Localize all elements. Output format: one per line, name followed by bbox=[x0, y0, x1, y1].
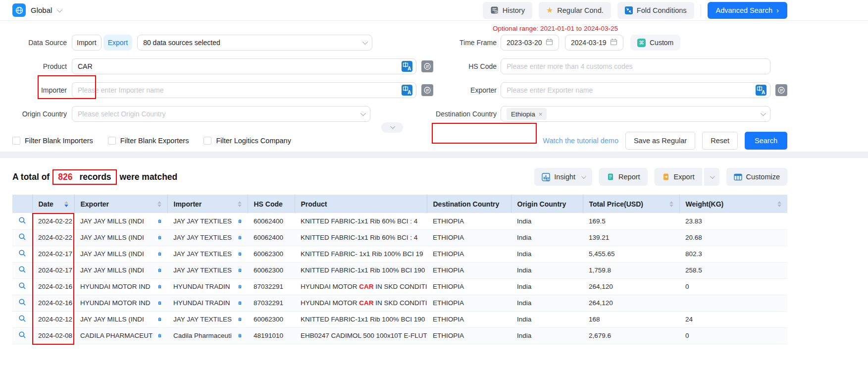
magnifier-icon[interactable] bbox=[18, 298, 26, 306]
table-row: 2024-02-16HYUNDAI MOTOR INDHYUNDAI TRADI… bbox=[12, 278, 787, 295]
tab-export[interactable]: Export bbox=[103, 35, 132, 51]
product-label: Product bbox=[12, 62, 67, 70]
sort-icon bbox=[154, 201, 161, 207]
product-control: A bbox=[72, 58, 433, 74]
importer-input[interactable] bbox=[78, 86, 410, 94]
cell-weight: 0 bbox=[679, 278, 787, 295]
cell-product: KNITTED FABRIC-1x1 Rib 100% BCI 190 bbox=[295, 311, 427, 327]
export-icon bbox=[662, 173, 670, 181]
customize-button[interactable]: Customize bbox=[726, 168, 788, 186]
tab-import[interactable]: Import bbox=[72, 35, 102, 51]
results-section: A total of 826 records were matched BI I… bbox=[0, 167, 868, 344]
filter-logistics-company-checkbox[interactable]: Filter Logitics Company bbox=[204, 137, 291, 145]
copy-icon[interactable] bbox=[155, 316, 161, 323]
copy-icon[interactable] bbox=[235, 234, 242, 241]
magnifier-icon[interactable] bbox=[18, 266, 26, 273]
copy-icon[interactable] bbox=[155, 299, 161, 307]
customize-icon bbox=[734, 173, 742, 181]
cell-destination-country: ETHIOPIA bbox=[427, 311, 511, 327]
export-button[interactable]: Export bbox=[655, 168, 702, 186]
topbar: Global History ★ Regular Cond. Fold Cond… bbox=[0, 0, 868, 21]
col-label: Origin Country bbox=[517, 200, 566, 208]
translate-icon[interactable]: A bbox=[402, 61, 412, 73]
magnifier-icon[interactable] bbox=[18, 249, 26, 257]
copy-icon[interactable] bbox=[155, 217, 161, 225]
col-header-exporter[interactable]: Exporter bbox=[74, 195, 167, 213]
date-start-input[interactable]: 2023-03-20 bbox=[501, 35, 559, 51]
magnifier-icon[interactable] bbox=[18, 315, 26, 322]
filter-label: Filter Logitics Company bbox=[216, 137, 291, 145]
hs-code-input[interactable] bbox=[507, 62, 765, 70]
destination-country-select[interactable]: Ethiopia × bbox=[501, 106, 770, 122]
col-header-weight-kg[interactable]: Weight(KG) bbox=[679, 195, 787, 213]
date-end-input[interactable]: 2024-03-19 bbox=[565, 35, 623, 51]
fuzzy-match-icon[interactable] bbox=[775, 84, 787, 96]
product-input[interactable] bbox=[78, 62, 410, 70]
search-button[interactable]: Search bbox=[745, 132, 787, 150]
copy-icon[interactable] bbox=[155, 283, 161, 290]
magnifier-icon[interactable] bbox=[18, 233, 26, 241]
filter-blank-exporters-checkbox[interactable]: Filter Blank Exporters bbox=[108, 137, 189, 145]
chevron-down-icon bbox=[761, 110, 766, 116]
advanced-search-button[interactable]: Advanced Search › bbox=[708, 2, 787, 19]
records-word: records bbox=[79, 172, 111, 182]
remove-tag-icon[interactable]: × bbox=[539, 110, 543, 118]
fuzzy-match-icon[interactable] bbox=[421, 60, 433, 72]
cell-exporter: JAY JAY MILLS (INDI bbox=[74, 262, 167, 278]
cell-date: 2024-02-17 bbox=[32, 246, 74, 262]
cell-view bbox=[12, 311, 32, 327]
col-header-importer[interactable]: Importer bbox=[167, 195, 248, 213]
col-header-date[interactable]: Date bbox=[32, 195, 74, 213]
cell-total-price: 1,759.8 bbox=[583, 262, 679, 278]
translate-icon[interactable]: A bbox=[402, 85, 412, 97]
origin-country-control: Please select Origin Country bbox=[72, 106, 433, 122]
filter-blank-importers-checkbox[interactable]: Filter Blank Importers bbox=[12, 137, 93, 145]
magnifier-icon[interactable] bbox=[18, 331, 26, 339]
region-selector[interactable]: Global bbox=[12, 3, 61, 17]
sort-icon bbox=[61, 201, 68, 207]
fold-conditions-label: Fold Conditions bbox=[637, 6, 687, 14]
regular-cond-button[interactable]: ★ Regular Cond. bbox=[539, 2, 611, 19]
copy-icon[interactable] bbox=[235, 299, 242, 307]
cell-date: 2024-02-16 bbox=[32, 295, 74, 311]
copy-icon[interactable] bbox=[235, 332, 242, 339]
copy-icon[interactable] bbox=[155, 332, 161, 339]
data-sources-select[interactable]: 80 data sources selected bbox=[137, 35, 372, 51]
copy-icon[interactable] bbox=[235, 217, 242, 225]
col-header-total-price-usd[interactable]: Total Price(USD) bbox=[583, 195, 679, 213]
history-button[interactable]: History bbox=[483, 2, 532, 19]
report-icon bbox=[607, 173, 614, 181]
custom-range-button[interactable]: ⌘ Custom bbox=[630, 35, 680, 51]
record-count: 826 bbox=[58, 172, 72, 182]
collapse-form-button[interactable] bbox=[381, 122, 403, 133]
copy-icon[interactable] bbox=[155, 234, 161, 241]
export-dropdown-button[interactable] bbox=[704, 168, 719, 186]
results-toolbar: BI Insight Report Export Customiz bbox=[534, 168, 787, 186]
origin-country-select[interactable]: Please select Origin Country bbox=[72, 106, 370, 122]
filter-label: Filter Blank Exporters bbox=[120, 137, 189, 145]
cell-view bbox=[12, 295, 32, 311]
copy-icon[interactable] bbox=[155, 250, 161, 258]
copy-icon[interactable] bbox=[155, 267, 161, 274]
reset-button[interactable]: Reset bbox=[702, 132, 738, 150]
cell-product: KNITTED FABRIC-1x1 Rib 100% BCI 190 bbox=[295, 262, 427, 278]
report-button[interactable]: Report bbox=[599, 168, 648, 186]
calendar-icon[interactable] bbox=[546, 38, 553, 47]
exporter-input[interactable] bbox=[507, 86, 765, 94]
copy-icon[interactable] bbox=[235, 316, 242, 323]
copy-icon[interactable] bbox=[235, 283, 242, 290]
fuzzy-match-icon[interactable] bbox=[421, 84, 433, 96]
calendar-icon[interactable] bbox=[610, 38, 617, 47]
translate-icon[interactable]: A bbox=[756, 85, 766, 97]
copy-icon[interactable] bbox=[235, 267, 242, 274]
insight-button[interactable]: BI Insight bbox=[534, 168, 592, 186]
col-label: Importer bbox=[174, 200, 202, 208]
magnifier-icon[interactable] bbox=[18, 282, 26, 290]
copy-icon[interactable] bbox=[235, 250, 242, 258]
magnifier-icon[interactable] bbox=[18, 216, 26, 224]
cell-importer: Cadila Pharmaceuti bbox=[167, 327, 248, 344]
cell-origin-country: India bbox=[511, 311, 583, 327]
save-as-regular-button[interactable]: Save as Regular bbox=[625, 132, 695, 150]
fold-conditions-button[interactable]: Fold Conditions bbox=[617, 2, 694, 19]
tutorial-link[interactable]: Watch the tutorial demo bbox=[543, 137, 618, 145]
